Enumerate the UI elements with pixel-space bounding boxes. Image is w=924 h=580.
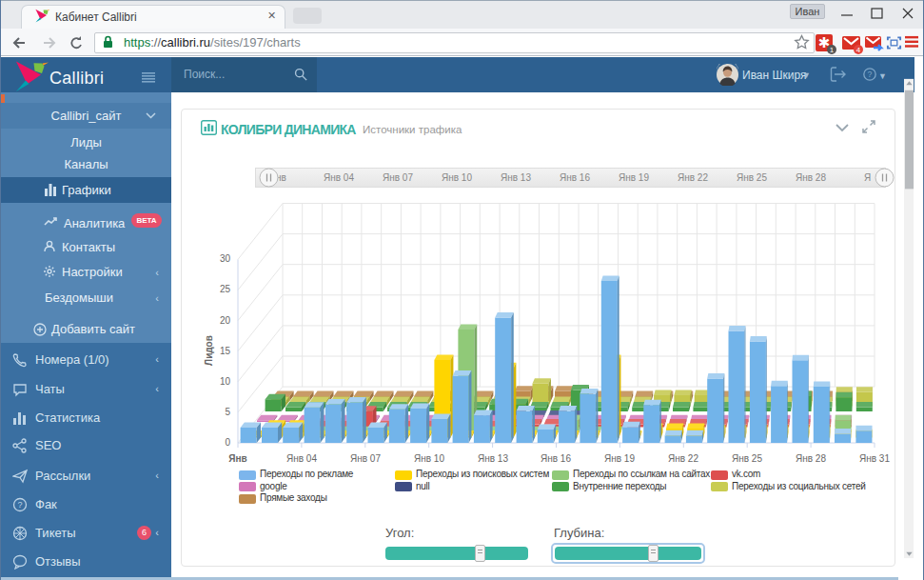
svg-text:25: 25 [220, 284, 231, 294]
svg-text:Янв: Янв [228, 453, 246, 464]
svg-text:10: 10 [220, 376, 231, 387]
svg-text:Янв 22: Янв 22 [668, 453, 698, 464]
svg-text:Янв 31: Янв 31 [859, 453, 890, 464]
svg-text:4: 4 [856, 46, 861, 54]
svg-text:5: 5 [225, 407, 230, 417]
svg-text:20: 20 [220, 315, 231, 326]
svg-text:0: 0 [225, 437, 230, 448]
svg-text:Янв 04: Янв 04 [286, 453, 317, 464]
svg-text:30: 30 [220, 253, 231, 264]
svg-text:Лидов: Лидов [204, 335, 214, 366]
svg-text:Янв 13: Янв 13 [478, 453, 508, 464]
svg-text:Янв 10: Янв 10 [414, 453, 444, 464]
svg-text:?: ? [868, 70, 873, 79]
svg-text:Янв 07: Янв 07 [350, 453, 381, 464]
svg-text:?: ? [17, 500, 22, 510]
svg-text:15: 15 [220, 346, 231, 356]
svg-text:1: 1 [830, 46, 835, 54]
svg-text:Янв 25: Янв 25 [732, 453, 762, 464]
svg-text:Янв 19: Янв 19 [604, 453, 635, 464]
svg-text:Янв 16: Янв 16 [541, 453, 571, 464]
svg-text:Янв 28: Янв 28 [796, 453, 826, 464]
